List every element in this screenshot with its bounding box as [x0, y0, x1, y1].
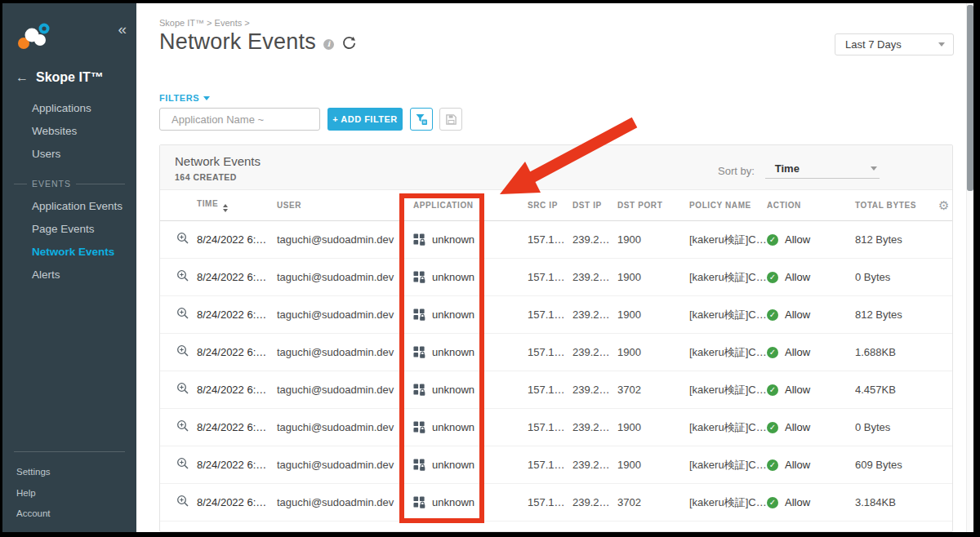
sidebar-collapse-icon[interactable]: «	[118, 21, 127, 37]
table-row[interactable]: 8/24/2022 6:… taguchi@sudoadmin.dev unkn…	[160, 296, 952, 334]
allow-check-icon: ✓	[767, 384, 778, 396]
cell-action: ✓ Allow	[767, 384, 855, 396]
filters-toggle[interactable]: FILTERS	[159, 93, 210, 103]
sidebar-footer-divider	[14, 451, 125, 452]
zoom-in-icon[interactable]	[176, 269, 189, 282]
sidebar-item-settings[interactable]: Settings	[2, 462, 136, 483]
column-header-action: ACTION	[767, 201, 855, 210]
application-name-filter-input[interactable]	[172, 113, 315, 126]
page-title: Network Events	[159, 29, 316, 55]
sidebar-item-users[interactable]: Users	[2, 143, 136, 166]
sidebar-section-events: EVENTS	[2, 172, 136, 195]
refresh-icon[interactable]	[341, 36, 357, 51]
zoom-in-icon[interactable]	[176, 495, 189, 508]
cell-total-bytes: 0 Bytes	[855, 271, 938, 283]
table-header-band: Network Events 164 CREATED Sort by: Time…	[160, 145, 952, 190]
time-range-select[interactable]: Last 7 Days	[835, 33, 954, 55]
cell-application: unknown	[413, 233, 528, 246]
cell-application: unknown	[413, 384, 528, 396]
cell-policy-name: [kakeru検証]C…	[689, 420, 767, 435]
zoom-in-icon[interactable]	[176, 419, 189, 433]
cell-user: taguchi@sudoadmin.dev	[277, 346, 413, 358]
table-row[interactable]: 8/24/2022 6:… taguchi@sudoadmin.dev unkn…	[160, 259, 952, 296]
cell-action: ✓ Allow	[767, 346, 855, 358]
sidebar-item-network-events[interactable]: Network Events	[2, 241, 136, 264]
column-header-dst-ip: DST IP	[572, 201, 617, 210]
cell-action: ✓ Allow	[767, 233, 855, 246]
cell-policy-name: [kakeru検証]C…	[689, 495, 767, 510]
sidebar-back-title[interactable]: ← Skope IT™	[16, 70, 136, 85]
table-row[interactable]: 8/24/2022 6:… taguchi@sudoadmin.dev unkn…	[160, 334, 952, 371]
zoom-in-icon[interactable]	[176, 457, 189, 470]
sidebar-item-application-events[interactable]: Application Events	[2, 195, 136, 218]
allow-check-icon: ✓	[767, 497, 778, 508]
column-header-time-label: TIME	[197, 199, 218, 208]
cell-time: 8/24/2022 6:…	[197, 308, 277, 321]
application-icon	[413, 271, 425, 283]
cell-user: taguchi@sudoadmin.dev	[277, 233, 413, 246]
cell-total-bytes: 0 Bytes	[855, 421, 938, 433]
info-icon[interactable]: i	[323, 39, 334, 50]
netskope-logo[interactable]	[16, 21, 51, 52]
table-row[interactable]: 8/24/2022 6:… taguchi@sudoadmin.dev unkn…	[160, 409, 952, 446]
cell-dst-port: 1900	[617, 346, 689, 358]
cell-src-ip: 157.1…	[528, 496, 572, 508]
gear-icon[interactable]: ⚙	[938, 198, 950, 213]
cell-total-bytes: 609 Bytes	[855, 459, 938, 471]
network-events-table: Network Events 164 CREATED Sort by: Time…	[159, 144, 953, 532]
cell-dst-port: 1900	[617, 271, 689, 283]
table-row[interactable]: 8/24/2022 6:… taguchi@sudoadmin.dev unkn…	[160, 484, 952, 521]
cell-dst-ip: 239.2…	[572, 421, 617, 433]
cell-dst-ip: 239.2…	[572, 271, 617, 283]
cell-dst-port: 1900	[617, 459, 689, 471]
cell-dst-ip: 239.2…	[572, 384, 617, 396]
cell-time: 8/24/2022 6:…	[197, 459, 277, 471]
column-header-total-bytes: TOTAL BYTES	[855, 201, 938, 210]
sidebar-item-websites[interactable]: Websites	[2, 120, 136, 143]
sidebar-title: Skope IT™	[36, 70, 104, 85]
cell-dst-ip: 239.2…	[572, 346, 617, 358]
table-row[interactable]: 8/24/2022 6:… taguchi@sudoadmin.dev unkn…	[160, 221, 952, 259]
zoom-in-icon[interactable]	[176, 344, 189, 357]
cell-action: ✓ Allow	[767, 421, 855, 433]
sidebar-item-applications[interactable]: Applications	[2, 97, 136, 120]
cell-time: 8/24/2022 6:…	[197, 346, 277, 358]
sidebar-item-account[interactable]: Account	[2, 504, 136, 525]
zoom-in-icon[interactable]	[176, 382, 189, 395]
scrollbar-thumb[interactable]	[967, 5, 973, 191]
table-row[interactable]: 8/24/2022 6:… taguchi@sudoadmin.dev unkn…	[160, 446, 952, 484]
cell-action: ✓ Allow	[767, 496, 855, 508]
column-header-dst-port: DST PORT	[617, 201, 689, 210]
sort-select[interactable]: Time	[765, 162, 880, 179]
application-icon	[413, 384, 425, 396]
allow-check-icon: ✓	[767, 347, 778, 358]
table-row[interactable]: 8/24/2022 6:… taguchi@sudoadmin.dev unkn…	[160, 371, 952, 409]
application-icon	[413, 459, 425, 471]
cell-policy-name: [kakeru検証]C…	[689, 383, 767, 397]
sidebar-item-alerts[interactable]: Alerts	[2, 264, 136, 286]
sidebar-item-page-events[interactable]: Page Events	[2, 218, 136, 241]
column-header-time[interactable]: TIME	[197, 199, 277, 212]
zoom-in-icon[interactable]	[176, 307, 189, 320]
breadcrumb[interactable]: Skope IT™ > Events >	[159, 18, 250, 28]
cell-action: ✓ Allow	[767, 308, 855, 321]
cell-user: taguchi@sudoadmin.dev	[277, 271, 413, 283]
cell-policy-name: [kakeru検証]C…	[689, 308, 767, 322]
cell-total-bytes: 812 Bytes	[855, 308, 938, 321]
cell-src-ip: 157.1…	[528, 308, 572, 321]
saved-filters-button[interactable]	[410, 108, 433, 131]
table-body: 8/24/2022 6:… taguchi@sudoadmin.dev unkn…	[160, 221, 952, 521]
cell-time: 8/24/2022 6:…	[197, 233, 277, 246]
cell-time: 8/24/2022 6:…	[197, 496, 277, 508]
zoom-in-icon[interactable]	[176, 232, 189, 245]
allow-check-icon: ✓	[767, 272, 778, 283]
add-filter-button[interactable]: + ADD FILTER	[327, 108, 403, 131]
cell-time: 8/24/2022 6:…	[197, 421, 277, 433]
cell-action: ✓ Allow	[767, 459, 855, 471]
cell-action: ✓ Allow	[767, 271, 855, 283]
sidebar-item-help[interactable]: Help	[2, 483, 136, 504]
save-filter-button[interactable]	[439, 108, 462, 131]
cell-dst-port: 1900	[617, 308, 689, 321]
cell-application: unknown	[413, 271, 528, 283]
filters-label: FILTERS	[159, 93, 199, 103]
